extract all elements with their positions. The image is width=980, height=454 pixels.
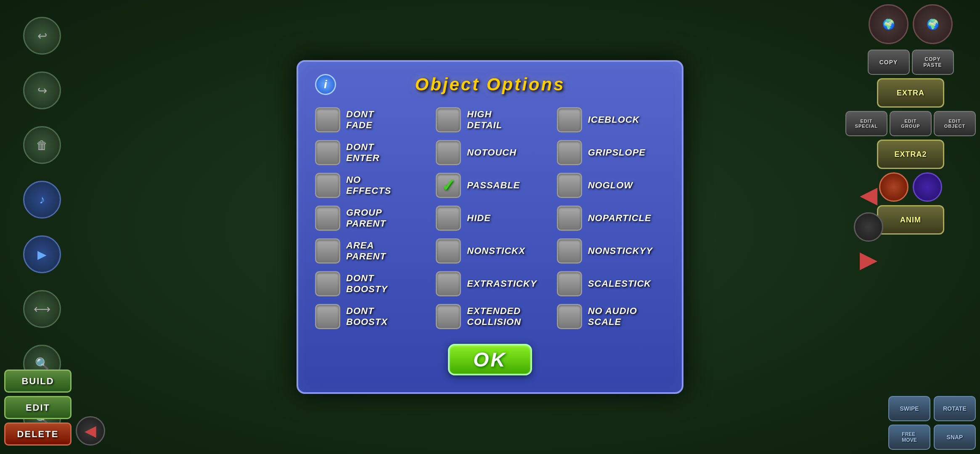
checkbox-extended-collision[interactable] <box>436 304 461 329</box>
delete-tab[interactable]: DELETE <box>4 422 72 446</box>
label-no-effects: NoEffects <box>346 174 391 197</box>
option-dont-enter[interactable]: DontEnter <box>315 140 423 165</box>
info-button[interactable]: i <box>315 74 336 95</box>
free-snap-row: FREEMOVE SNAP <box>888 425 976 450</box>
option-noparticle[interactable]: NoParticle <box>557 206 665 231</box>
options-grid: DontFade HighDetail IceBlock DontEnter N… <box>315 107 665 329</box>
edit-object-button[interactable]: EDITOBJECT <box>934 111 976 136</box>
center-left-arrow[interactable]: ◀ <box>860 181 877 208</box>
checkbox-hide[interactable] <box>436 206 461 231</box>
option-noglow[interactable]: NoGlow <box>557 173 665 198</box>
checkbox-dont-boostx[interactable] <box>315 304 340 329</box>
checkbox-dont-fade[interactable] <box>315 107 340 132</box>
checkbox-notouch[interactable] <box>436 140 461 165</box>
checkbox-high-detail[interactable] <box>436 107 461 132</box>
label-nonsticky: NonStickyY <box>588 245 653 256</box>
option-area-parent[interactable]: AreaParent <box>315 238 423 264</box>
label-dont-enter: DontEnter <box>346 142 380 164</box>
label-extrasticky: ExtraSticky <box>467 278 537 289</box>
option-no-effects[interactable]: NoEffects <box>315 173 423 198</box>
option-nonsticky[interactable]: NonStickyY <box>557 238 665 264</box>
option-extended-collision[interactable]: ExtendedCollision <box>436 304 544 329</box>
label-dont-boosty: DontBoostY <box>346 273 388 295</box>
option-extrasticky[interactable]: ExtraSticky <box>436 271 544 296</box>
label-no-audio-scale: No AudioScale <box>588 306 637 328</box>
center-right-arrow[interactable]: ▶ <box>860 246 877 273</box>
extra-button[interactable]: EXTRA <box>877 78 944 108</box>
snap-button[interactable]: SNAP <box>934 425 976 450</box>
option-nonstickx[interactable]: NonStickX <box>436 238 544 264</box>
option-high-detail[interactable]: HighDetail <box>436 107 544 132</box>
label-extended-collision: ExtendedCollision <box>467 306 521 328</box>
edit-buttons-group: EDITSPECIAL EDITGROUP EDITOBJECT <box>845 111 976 136</box>
delete-button[interactable]: 🗑 <box>23 126 61 164</box>
right-circle-2[interactable]: 🌍 <box>913 4 953 44</box>
checkbox-no-audio-scale[interactable] <box>557 304 582 329</box>
label-nonstickx: NonStickX <box>467 245 525 256</box>
label-dont-fade: DontFade <box>346 109 374 131</box>
option-scalestick[interactable]: ScaleStick <box>557 271 665 296</box>
option-notouch[interactable]: NoTouch <box>436 140 544 165</box>
checkbox-scalestick[interactable] <box>557 271 582 296</box>
checkbox-nonstickx[interactable] <box>436 238 461 264</box>
right-circle-1[interactable]: 🌍 <box>869 4 908 44</box>
checkbox-extrasticky[interactable] <box>436 271 461 296</box>
checkbox-gripslope[interactable] <box>557 140 582 165</box>
label-iceblock: IceBlock <box>588 114 640 125</box>
checkbox-passable[interactable]: ✓ <box>436 173 461 198</box>
edit-special-button[interactable]: EDITSPECIAL <box>845 111 887 136</box>
center-circle-btn[interactable] <box>854 212 883 242</box>
option-dont-boosty[interactable]: DontBoostY <box>315 271 423 296</box>
checkbox-nonsticky[interactable] <box>557 238 582 264</box>
play-button[interactable]: ▶ <box>23 235 61 273</box>
free-move-button[interactable]: FREEMOVE <box>888 425 930 450</box>
copy-paste-button[interactable]: COPYPASTE <box>912 50 954 75</box>
extra2-button[interactable]: EXTRA2 <box>877 140 944 169</box>
option-iceblock[interactable]: IceBlock <box>557 107 665 132</box>
label-area-parent: AreaParent <box>346 240 386 262</box>
rotate-button[interactable]: ROTATE <box>934 396 976 421</box>
checkbox-dont-enter[interactable] <box>315 140 340 165</box>
left-arrow-button[interactable]: ◀ <box>76 416 105 446</box>
checkbox-iceblock[interactable] <box>557 107 582 132</box>
option-dont-boostx[interactable]: DontBoostX <box>315 304 423 329</box>
option-dont-fade[interactable]: DontFade <box>315 107 423 132</box>
checkbox-group-parent[interactable] <box>315 206 340 231</box>
object-options-modal: i Object Options DontFade HighDetail Ice… <box>297 60 683 394</box>
modal-header: i Object Options <box>315 74 665 95</box>
swipe-rotate-row: SWIPE ROTATE <box>888 396 976 421</box>
checkbox-area-parent[interactable] <box>315 238 340 264</box>
modal-title: Object Options <box>315 74 665 95</box>
redo-button[interactable]: ↪ <box>23 71 61 109</box>
checkbox-no-effects[interactable] <box>315 173 340 198</box>
swipe-button[interactable]: SWIPE <box>888 396 930 421</box>
ok-button[interactable]: OK <box>448 344 532 375</box>
link-button[interactable]: ⟷ <box>23 290 61 328</box>
option-no-audio-scale[interactable]: No AudioScale <box>557 304 665 329</box>
anim-button[interactable]: ANIM <box>877 205 944 235</box>
edit-group-button[interactable]: EDITGROUP <box>890 111 932 136</box>
option-hide[interactable]: Hide <box>436 206 544 231</box>
label-scalestick: ScaleStick <box>588 278 652 289</box>
label-passable: Passable <box>467 180 520 191</box>
checkbox-noglow[interactable] <box>557 173 582 198</box>
option-gripslope[interactable]: GripSlope <box>557 140 665 165</box>
info-icon: i <box>324 78 327 91</box>
option-group-parent[interactable]: GroupParent <box>315 206 423 231</box>
label-high-detail: HighDetail <box>467 109 502 131</box>
edit-tab[interactable]: EDIT <box>4 396 72 419</box>
undo-button[interactable]: ↩ <box>23 17 61 55</box>
bottom-left-tabs: BUILD EDIT DELETE <box>4 370 72 446</box>
music-button[interactable]: ♪ <box>23 181 61 219</box>
copy-button[interactable]: COPY <box>868 50 910 75</box>
checkbox-dont-boosty[interactable] <box>315 271 340 296</box>
label-hide: Hide <box>467 213 491 224</box>
color-1-button[interactable] <box>879 172 908 202</box>
option-passable[interactable]: ✓ Passable <box>436 173 544 198</box>
build-tab[interactable]: BUILD <box>4 370 72 393</box>
checkmark-passable: ✓ <box>441 176 456 195</box>
center-right-controls: ◀ ▶ <box>854 181 883 273</box>
color-2-button[interactable] <box>913 172 942 202</box>
bottom-left-nav: ◀ <box>76 416 105 446</box>
checkbox-noparticle[interactable] <box>557 206 582 231</box>
